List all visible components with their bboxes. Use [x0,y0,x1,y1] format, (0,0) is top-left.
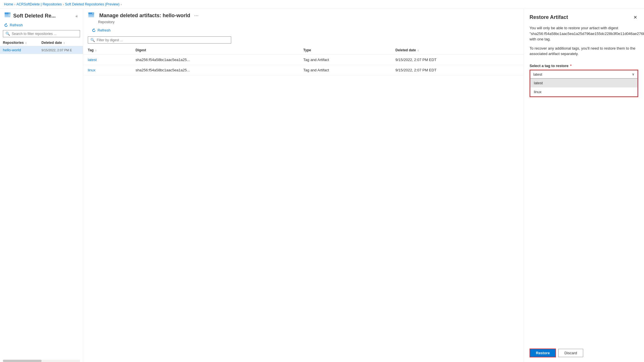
breadcrumb-soft-deleted[interactable]: Soft Deleted Repositories (Preview) [65,2,120,6]
svg-point-8 [93,13,94,14]
tag-sort-icon: ↕ [95,49,97,52]
left-panel-header: Soft Deleted Re... « [0,9,83,21]
repo-deleted-date: 9/15/2022, 2:07 PM E [42,48,80,52]
deleted-date-cell-0: 9/15/2022, 2:07 PM EDT [391,55,524,65]
breadcrumb-chevron-2: › [63,3,64,6]
table-row: linux sha256:f54a58bc1aac5ea1a25... Tag … [83,65,524,75]
breadcrumb-chevron-1: › [14,3,15,6]
left-refresh-button[interactable]: Refresh [0,21,83,29]
svg-point-4 [9,15,10,15]
close-restore-panel-button[interactable]: ✕ [632,13,638,21]
filter-search-icon: 🔍 [90,38,95,42]
tag-link-1[interactable]: linux [88,68,96,72]
left-scrollbar-thumb[interactable] [3,360,42,362]
type-cell-0: Tag and Artifact [299,55,391,65]
tag-dropdown-selected[interactable]: latest ∨ [530,70,638,79]
left-panel: Soft Deleted Re... « Refresh 🔍 Repositor… [0,9,83,362]
digest-text-0: sha256:f54a58bc1aac5ea1a25... [136,58,190,62]
dropdown-option-latest[interactable]: latest [530,79,637,87]
dropdown-chevron-icon: ∨ [632,72,635,76]
center-header: Manage deleted artifacts: hello-world ··… [83,9,524,25]
artifacts-table: Tag ↕ Digest Type Deleted date ↕ [83,46,524,362]
center-refresh-label: Refresh [98,28,111,32]
col-repositories-header[interactable]: Repositories ↕ [3,41,42,45]
digest-text-1: sha256:f54a58bc1aac5ea1a25... [136,68,190,72]
left-panel-title: Soft Deleted Re... [13,13,56,19]
breadcrumb-repo[interactable]: ACRSoftDelete | Repositories [16,2,62,6]
more-options-button[interactable]: ··· [192,12,200,19]
restore-button[interactable]: Restore [530,349,556,357]
svg-rect-7 [88,16,94,17]
left-panel-title-row: Soft Deleted Re... [4,12,56,20]
svg-rect-2 [5,16,10,17]
deleted-date-sort-icon: ↕ [417,49,419,52]
table-row: latest sha256:f54a58bc1aac5ea1a25... Tag… [83,55,524,65]
center-refresh-button[interactable]: Refresh [88,26,115,34]
left-refresh-label: Refresh [10,23,23,27]
tag-link-0[interactable]: latest [88,58,97,62]
left-scrollbar-track[interactable] [3,360,80,362]
repository-list: hello-world 9/15/2022, 2:07 PM E [0,46,83,360]
selected-tag-value: latest [533,72,542,77]
center-panel-title: Manage deleted artifacts: hello-world [99,13,190,19]
breadcrumb-home[interactable]: Home [4,2,13,6]
restore-panel-title: Restore Artifact [530,14,568,20]
breadcrumb: Home › ACRSoftDelete | Repositories › So… [0,0,644,9]
main-layout: Soft Deleted Re... « Refresh 🔍 Repositor… [0,9,644,362]
svg-rect-6 [88,14,94,15]
col-deleted-date-header[interactable]: Deleted date ↕ [391,46,524,55]
center-panel-icon [88,12,97,19]
digest-filter-box[interactable]: 🔍 [88,36,231,44]
select-tag-label: Select a tag to restore * [530,64,638,68]
left-search-icon: 🔍 [5,32,10,36]
tag-dropdown-options: latest linux [530,79,638,97]
col-type-header: Type [299,46,391,55]
restore-artifact-panel: Restore Artifact ✕ You will only be able… [524,9,644,362]
discard-button[interactable]: Discard [558,349,583,357]
col-digest-header: Digest [131,46,299,55]
repo-sort-icon: ↕ [25,41,27,44]
col-deleted-date-header[interactable]: Deleted date ↕ [42,41,80,45]
repo-name: hello-world [3,48,42,52]
restore-panel-header: Restore Artifact ✕ [530,13,638,21]
left-search-box[interactable]: 🔍 [3,30,80,37]
restore-action-buttons: Restore Discard [530,345,638,357]
deleted-date-cell-1: 9/15/2022, 2:07 PM EDT [391,65,524,75]
required-indicator: * [570,64,571,68]
table-header-row: Tag ↕ Digest Type Deleted date ↕ [83,46,524,55]
app-container: Home › ACRSoftDelete | Repositories › So… [0,0,644,362]
restore-info-text-2: To recover any additional tags, you'll n… [530,46,638,57]
breadcrumb-chevron-3: › [121,3,122,6]
center-title-row: Manage deleted artifacts: hello-world ··… [88,12,519,19]
center-toolbar: Refresh [83,25,524,35]
collapse-button[interactable]: « [74,13,79,19]
left-search-input[interactable] [12,32,77,36]
digest-filter-input[interactable] [97,38,183,42]
svg-point-3 [9,13,10,14]
type-cell-1: Tag and Artifact [299,65,391,75]
left-panel-icon [4,12,11,20]
restore-info-text-1: You will only be able to restore your ar… [530,25,638,42]
col-tag-header[interactable]: Tag ↕ [83,46,131,55]
tag-dropdown-container: latest ∨ latest linux [530,70,638,97]
left-col-headers: Repositories ↕ Deleted date ↕ [0,40,83,46]
date-sort-icon: ↕ [63,41,65,44]
center-panel: Manage deleted artifacts: hello-world ··… [83,9,524,362]
artifacts-data-table: Tag ↕ Digest Type Deleted date ↕ [83,46,524,75]
repo-item-hello-world[interactable]: hello-world 9/15/2022, 2:07 PM E [0,46,83,54]
dropdown-option-linux[interactable]: linux [530,87,637,96]
center-subtitle: Repository [98,20,519,24]
